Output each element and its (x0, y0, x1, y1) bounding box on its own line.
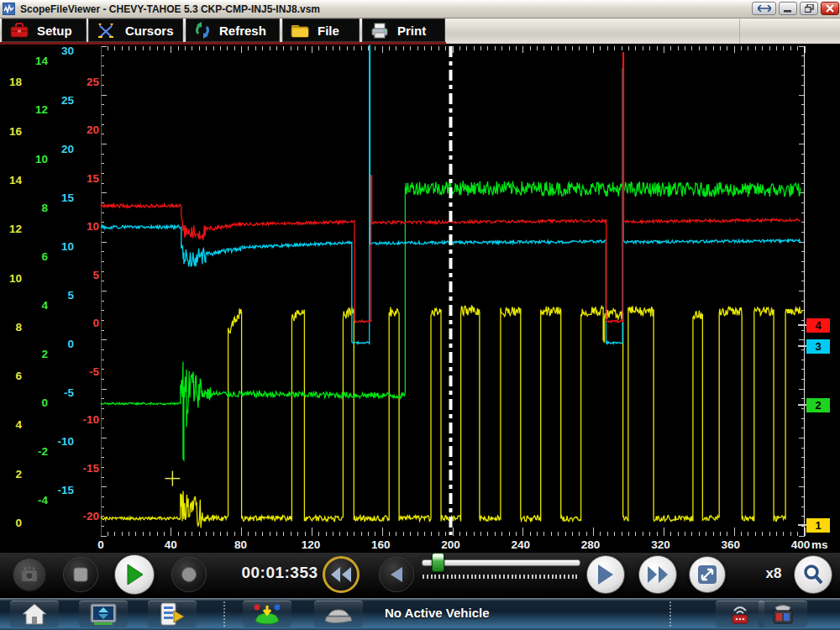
y-axis-label-ch4: 5 (71, 270, 99, 281)
y-axis-label-ch1: 12 (0, 223, 22, 235)
refresh-icon (193, 21, 212, 39)
window-title: ScopeFileViewer - CHEVY-TAHOE 5.3 CKP-CM… (20, 3, 320, 15)
slider-tick-marks (423, 575, 579, 580)
expand-icon (697, 564, 717, 585)
camera-button[interactable] (13, 558, 46, 591)
step-back-button[interactable] (379, 557, 414, 592)
x-axis-label: 320 (643, 538, 677, 551)
channel-marker-2[interactable]: 2 (806, 398, 830, 412)
y-axis-label-ch1: 4 (0, 419, 22, 431)
step-forward-icon (596, 564, 615, 585)
menu-underline (0, 42, 446, 45)
x-axis-label: 360 (714, 538, 748, 551)
y-axis-label-ch3: 10 (45, 241, 74, 253)
y-axis-label-ch3: 20 (45, 144, 74, 155)
plot-ticks (101, 46, 805, 536)
waveform-plot (0, 44, 840, 553)
taskbar-scope-button[interactable] (79, 601, 128, 627)
x-axis-label: 80 (224, 538, 258, 551)
taskbar-data-button[interactable] (148, 601, 197, 627)
channel-marker-tick (798, 345, 806, 347)
y-axis-label-ch2: 14 (19, 55, 48, 67)
record-button[interactable] (171, 557, 207, 592)
fast-forward-button[interactable] (638, 555, 677, 594)
menu-print-label: Print (397, 24, 426, 38)
y-axis-label-ch3: 5 (45, 290, 74, 302)
x-axis-label: 0 (84, 538, 118, 551)
y-axis-label-ch3: -10 (45, 436, 74, 448)
y-axis-label-ch3: 0 (45, 339, 74, 350)
stop-button[interactable] (63, 557, 98, 592)
expand-view-button[interactable] (689, 556, 726, 593)
taskbar-divider (223, 601, 225, 627)
x-axis-label: 40 (154, 538, 187, 551)
menu-setup-button[interactable]: Setup (2, 18, 87, 42)
y-axis-label-ch3: 15 (45, 192, 74, 204)
y-axis-label-ch2: -2 (19, 446, 48, 458)
time-display: 00:01:353 (237, 564, 323, 582)
position-slider-thumb[interactable] (432, 553, 444, 572)
taskbar-home-button[interactable] (10, 601, 59, 627)
menu-print-button[interactable]: Print (362, 18, 445, 42)
channel-marker-tick (798, 324, 806, 326)
window-close-button[interactable] (821, 2, 839, 15)
menu-file-label: File (318, 24, 339, 38)
zoom-button[interactable] (794, 555, 832, 594)
play-button[interactable] (114, 554, 155, 595)
step-forward-button[interactable] (586, 555, 625, 594)
taskbar-vehicle-select-button[interactable] (243, 601, 291, 627)
menu-cursors-button[interactable]: Cursors (88, 18, 183, 42)
y-axis-label-ch2: -4 (19, 495, 48, 507)
y-axis-label-ch1: 8 (0, 322, 22, 333)
x-axis-unit: ms (811, 538, 828, 551)
y-axis-label-ch4: 20 (71, 124, 99, 136)
position-slider-track[interactable] (422, 559, 580, 566)
x-axis-label: 280 (574, 538, 607, 551)
y-axis-label-ch2: 4 (19, 300, 48, 312)
taskbar-vehicle-gray-button[interactable] (314, 601, 363, 627)
scope-display: 18161412108642014121086420-2-43025201510… (0, 44, 840, 553)
channel-marker-1[interactable]: 1 (806, 518, 830, 533)
fast-rewind-button[interactable] (323, 556, 360, 593)
y-axis-label-ch1: 18 (0, 76, 22, 88)
menu-refresh-button[interactable]: Refresh (186, 18, 280, 42)
y-axis-label-ch4: -15 (71, 463, 99, 475)
print-icon (370, 22, 390, 39)
y-axis-label-ch3: 30 (45, 45, 74, 57)
play-icon (124, 564, 144, 585)
channel-marker-tick (798, 404, 806, 406)
vehicle-select-icon (252, 602, 282, 626)
taskbar-divider (669, 601, 671, 627)
y-axis-label-ch1: 10 (0, 273, 22, 285)
x-axis-label: 240 (504, 538, 538, 551)
camera-icon (19, 566, 39, 583)
x-axis-label: 200 (434, 538, 468, 551)
home-icon (21, 602, 48, 626)
window-minimize-button[interactable] (779, 2, 797, 15)
y-axis-label-ch4: -20 (71, 511, 99, 522)
y-axis-label-ch2: 2 (19, 349, 48, 360)
y-axis-label-ch4: 0 (71, 318, 99, 329)
app-icon (3, 3, 15, 15)
y-axis-label-ch3: -15 (45, 485, 74, 496)
menu-cursors-label: Cursors (125, 24, 174, 38)
x-axis-label: 160 (364, 538, 397, 551)
cursors-icon (96, 21, 118, 39)
channel-marker-tick (798, 524, 806, 526)
title-bar: ScopeFileViewer - CHEVY-TAHOE 5.3 CKP-CM… (0, 0, 840, 18)
transport-bar: 00:01:353 x8 (0, 553, 840, 598)
y-axis-label-ch1: 6 (0, 370, 22, 382)
taskbar: No Active Vehicle (0, 598, 840, 630)
cross-marker (165, 471, 180, 486)
channel-marker-4[interactable]: 4 (806, 318, 830, 333)
window-restore-button[interactable] (800, 2, 818, 15)
y-axis-label-ch2: 10 (19, 154, 48, 165)
menu-bar-divider (739, 19, 740, 44)
zoom-factor-label: x8 (759, 565, 789, 582)
channel-marker-3[interactable]: 3 (806, 339, 830, 354)
menu-file-button[interactable]: File (282, 18, 360, 42)
taskbar-module-button[interactable] (759, 601, 807, 627)
window-swap-button[interactable] (752, 2, 776, 15)
y-axis-label-ch1: 0 (0, 517, 22, 529)
taskbar-wireless-button[interactable] (716, 601, 764, 627)
